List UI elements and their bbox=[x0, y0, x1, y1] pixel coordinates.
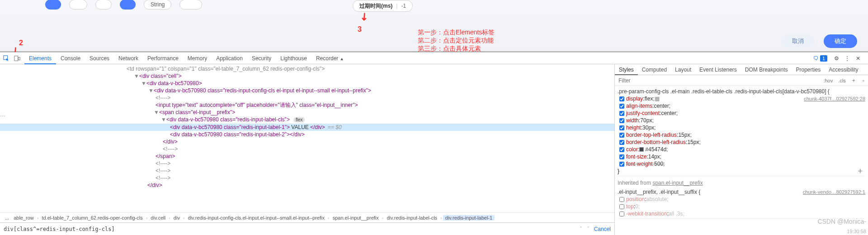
css-prop[interactable]: border-top-left-radius: 15px; bbox=[618, 131, 865, 139]
tab-sources[interactable]: Sources bbox=[85, 53, 114, 64]
tab-application[interactable]: Application bbox=[212, 53, 247, 64]
css-prop[interactable]: position: absolute; bbox=[618, 196, 865, 203]
css-prop[interactable]: color: #45474d; bbox=[618, 146, 865, 153]
app-top-area: String 过期时间(ms) | -1 ↙ 3 2 第一步：点击Element… bbox=[0, 0, 868, 52]
css-prop[interactable]: justify-content: center; bbox=[618, 110, 865, 117]
styles-tab-props[interactable]: Properties bbox=[792, 64, 825, 75]
svg-rect-1 bbox=[14, 56, 18, 61]
css-rule: .el-input__prefix, .el-input__suffix {ch… bbox=[618, 187, 865, 219]
styles-tab-styles[interactable]: Styles bbox=[615, 64, 638, 75]
css-prop[interactable]: height: 30px; bbox=[618, 124, 865, 131]
breadcrumb[interactable]: ... able_row› td.el-table_7_column_62.re… bbox=[0, 212, 614, 222]
pill-blue-1[interactable] bbox=[45, 0, 61, 10]
dom-line: ▼<div class="cell"> bbox=[0, 72, 614, 80]
dom-line: ▼<div data-v-bc570980> bbox=[0, 80, 614, 87]
devtools: Elements Console Sources Network Perform… bbox=[0, 52, 868, 235]
styles-filter-input[interactable] bbox=[615, 77, 821, 84]
inherited-from: Inherited from span.el-input__prefix bbox=[618, 177, 865, 187]
ttl-value: -1 bbox=[401, 3, 406, 9]
elements-panel: <td rowspan="1" colspan="1" class="el-ta… bbox=[0, 64, 615, 235]
pill-key[interactable] bbox=[179, 0, 202, 10]
dom-tree[interactable]: <td rowspan="1" colspan="1" class="el-ta… bbox=[0, 64, 614, 212]
dom-line: <!----> bbox=[0, 94, 614, 101]
source-link[interactable]: chunk-4037f…02927592:28 bbox=[804, 95, 865, 102]
styles-more-icon[interactable]: ▫ bbox=[859, 77, 868, 84]
find-bar: ˄ ˅ Cancel bbox=[0, 222, 614, 235]
ellipsis: … bbox=[0, 111, 5, 118]
css-prop[interactable]: display: flex; ▦ bbox=[618, 95, 804, 102]
tab-console[interactable]: Console bbox=[56, 53, 85, 64]
new-rule-icon[interactable]: + bbox=[849, 77, 859, 84]
dom-line: <input type="text" autocomplete="off" pl… bbox=[0, 101, 614, 109]
styles-panel: Styles Computed Layout Event Listeners D… bbox=[615, 64, 868, 235]
dom-line: ▼<span class="el-input__prefix"> bbox=[0, 109, 614, 116]
find-next-icon[interactable]: ˅ bbox=[587, 226, 590, 232]
close-icon[interactable]: ✕ bbox=[854, 55, 862, 62]
styles-tab-layout[interactable]: Layout bbox=[671, 64, 695, 75]
tab-elements[interactable]: Elements bbox=[24, 53, 56, 64]
label-3: 3 bbox=[358, 25, 362, 34]
dom-line: <td rowspan="1" colspan="1" class="el-ta… bbox=[0, 65, 614, 72]
inspect-icon[interactable] bbox=[3, 55, 10, 62]
clock: 19:30:58 bbox=[847, 229, 866, 234]
pill-blue-2[interactable] bbox=[120, 0, 136, 10]
device-icon[interactable] bbox=[14, 55, 21, 62]
tab-recorder[interactable]: Recorder ▲ bbox=[311, 53, 349, 64]
watermark: CSDN @Monica- bbox=[817, 218, 866, 225]
dom-line: ▼<div data-v-bc570980 class="redis-input… bbox=[0, 87, 614, 94]
pill-3[interactable] bbox=[95, 0, 112, 10]
dom-line: </div> bbox=[0, 138, 614, 145]
styles-tab-a11y[interactable]: Accessibility bbox=[825, 64, 862, 75]
styles-filter-row: :hov .cls + ▫ bbox=[615, 75, 868, 86]
ok-button[interactable]: 确定 bbox=[824, 34, 857, 48]
dom-line: <!----> bbox=[0, 174, 614, 182]
pill-string[interactable]: String bbox=[144, 0, 171, 10]
dom-line: ▼<div data-v-bc570980 class="redis-input… bbox=[0, 116, 614, 124]
dom-line: </span> bbox=[0, 153, 614, 160]
find-prev-icon[interactable]: ˄ bbox=[580, 226, 582, 232]
ttl-label: 过期时间(ms) bbox=[359, 2, 392, 10]
cls-toggle[interactable]: .cls bbox=[835, 78, 849, 83]
kebab-icon[interactable]: ⋮ bbox=[844, 55, 851, 62]
css-prop[interactable]: top: 0; bbox=[618, 203, 865, 210]
css-prop[interactable]: -webkit-transition: all .3s; bbox=[618, 210, 865, 217]
tab-performance[interactable]: Performance bbox=[143, 53, 183, 64]
css-prop[interactable]: font-weight: 500; bbox=[618, 160, 865, 168]
anno-steps: 第一步：点击Elements标签 第二步：点击定位元素功能 第三步：点击具体元素 bbox=[418, 28, 495, 53]
devtools-tab-bar: Elements Console Sources Network Perform… bbox=[0, 53, 868, 64]
tab-lighthouse[interactable]: Lighthouse bbox=[276, 53, 311, 64]
pill-row: String bbox=[0, 0, 868, 9]
ttl-input-wrap[interactable]: 过期时间(ms) | -1 bbox=[353, 0, 413, 12]
hov-toggle[interactable]: :hov bbox=[821, 78, 835, 83]
svg-rect-2 bbox=[19, 57, 20, 60]
styles-body[interactable]: .pre-param-config-cls .el-main .redis-el… bbox=[615, 86, 868, 235]
styles-tab-computed[interactable]: Computed bbox=[638, 64, 671, 75]
find-input[interactable] bbox=[4, 226, 575, 232]
issues-badge[interactable]: 🗨 1 bbox=[813, 55, 830, 62]
styles-tab-dombp[interactable]: DOM Breakpoints bbox=[741, 64, 792, 75]
css-prop[interactable]: width: 70px; bbox=[618, 117, 865, 124]
tab-security[interactable]: Security bbox=[247, 53, 276, 64]
css-prop[interactable]: border-bottom-left-radius: 15px; bbox=[618, 139, 865, 146]
dom-line: <!----> bbox=[0, 167, 614, 174]
tab-memory[interactable]: Memory bbox=[183, 53, 212, 64]
css-prop[interactable]: align-items: center; bbox=[618, 102, 865, 110]
styles-tabs: Styles Computed Layout Event Listeners D… bbox=[615, 64, 868, 75]
source-link[interactable]: chunk-vendo…802927592:1 bbox=[803, 188, 865, 196]
add-prop-icon[interactable]: + bbox=[858, 168, 863, 175]
pill-2[interactable] bbox=[69, 0, 87, 10]
inherited-link[interactable]: span.el-input__prefix bbox=[652, 180, 703, 186]
tab-network[interactable]: Network bbox=[114, 53, 143, 64]
dom-line: </div> bbox=[0, 182, 614, 189]
label-2: 2 bbox=[19, 39, 23, 47]
gear-icon[interactable]: ⚙ bbox=[833, 55, 840, 62]
styles-tab-events[interactable]: Event Listeners bbox=[695, 64, 741, 75]
dom-line: <!----> bbox=[0, 160, 614, 167]
cancel-button[interactable]: 取消 bbox=[781, 34, 815, 48]
find-cancel[interactable]: Cancel bbox=[594, 226, 611, 232]
dom-line: <div data-v-bc570980 class="redis-input-… bbox=[0, 131, 614, 138]
dom-line: <!----> bbox=[0, 145, 614, 153]
css-rule: .pre-param-config-cls .el-main .redis-el… bbox=[618, 87, 865, 176]
dialog-buttons: 取消 确定 bbox=[781, 34, 857, 48]
css-prop[interactable]: font-size: 14px; bbox=[618, 153, 865, 160]
